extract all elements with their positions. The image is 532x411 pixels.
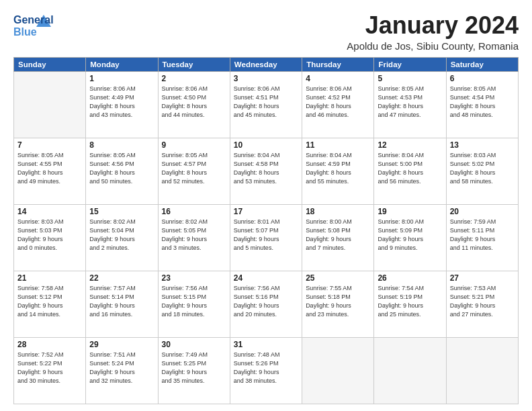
calendar-cell: 15Sunrise: 8:02 AM Sunset: 5:04 PM Dayli… bbox=[86, 204, 158, 271]
day-number: 6 bbox=[450, 74, 515, 83]
day-number: 4 bbox=[306, 74, 370, 83]
day-info: Sunrise: 7:57 AM Sunset: 5:14 PM Dayligh… bbox=[89, 284, 154, 319]
day-info: Sunrise: 8:00 AM Sunset: 5:08 PM Dayligh… bbox=[306, 218, 370, 253]
day-info: Sunrise: 7:58 AM Sunset: 5:12 PM Dayligh… bbox=[17, 284, 82, 319]
day-info: Sunrise: 8:06 AM Sunset: 4:52 PM Dayligh… bbox=[306, 85, 370, 120]
calendar-cell: 8Sunrise: 8:05 AM Sunset: 4:56 PM Daylig… bbox=[86, 138, 158, 204]
day-info: Sunrise: 7:48 AM Sunset: 5:26 PM Dayligh… bbox=[234, 351, 298, 385]
month-title: January 2024 bbox=[347, 12, 519, 39]
col-header-friday: Friday bbox=[374, 57, 446, 71]
svg-text:Blue: Blue bbox=[13, 26, 37, 38]
day-number: 2 bbox=[162, 74, 226, 83]
day-info: Sunrise: 7:54 AM Sunset: 5:19 PM Dayligh… bbox=[378, 284, 442, 319]
day-info: Sunrise: 8:04 AM Sunset: 4:59 PM Dayligh… bbox=[306, 151, 370, 186]
col-header-saturday: Saturday bbox=[446, 57, 518, 71]
calendar-cell: 5Sunrise: 8:05 AM Sunset: 4:53 PM Daylig… bbox=[374, 71, 446, 138]
day-info: Sunrise: 8:00 AM Sunset: 5:09 PM Dayligh… bbox=[378, 218, 442, 253]
col-header-sunday: Sunday bbox=[14, 57, 86, 71]
day-number: 30 bbox=[162, 340, 226, 349]
day-number: 23 bbox=[162, 273, 226, 283]
calendar-table: SundayMondayTuesdayWednesdayThursdayFrid… bbox=[13, 57, 519, 404]
calendar-cell: 3Sunrise: 8:06 AM Sunset: 4:51 PM Daylig… bbox=[230, 71, 302, 138]
day-number: 18 bbox=[306, 207, 370, 216]
calendar-cell: 28Sunrise: 7:52 AM Sunset: 5:22 PM Dayli… bbox=[14, 337, 86, 404]
calendar-cell: 13Sunrise: 8:03 AM Sunset: 5:02 PM Dayli… bbox=[446, 138, 518, 204]
day-info: Sunrise: 8:06 AM Sunset: 4:50 PM Dayligh… bbox=[162, 85, 226, 120]
calendar-cell bbox=[302, 337, 374, 404]
calendar-cell: 6Sunrise: 8:05 AM Sunset: 4:54 PM Daylig… bbox=[446, 71, 518, 138]
calendar-week-row: 1Sunrise: 8:06 AM Sunset: 4:49 PM Daylig… bbox=[14, 71, 519, 138]
svg-text:General: General bbox=[13, 14, 54, 26]
calendar-cell: 14Sunrise: 8:03 AM Sunset: 5:03 PM Dayli… bbox=[14, 204, 86, 271]
day-number: 15 bbox=[89, 207, 154, 216]
day-info: Sunrise: 8:03 AM Sunset: 5:02 PM Dayligh… bbox=[450, 151, 515, 186]
calendar-cell: 30Sunrise: 7:49 AM Sunset: 5:25 PM Dayli… bbox=[158, 337, 230, 404]
calendar-cell: 9Sunrise: 8:05 AM Sunset: 4:57 PM Daylig… bbox=[158, 138, 230, 204]
day-info: Sunrise: 8:04 AM Sunset: 4:58 PM Dayligh… bbox=[234, 151, 298, 186]
day-number: 10 bbox=[234, 140, 298, 150]
day-info: Sunrise: 8:02 AM Sunset: 5:05 PM Dayligh… bbox=[162, 218, 226, 253]
day-info: Sunrise: 7:53 AM Sunset: 5:21 PM Dayligh… bbox=[450, 284, 515, 319]
day-info: Sunrise: 7:52 AM Sunset: 5:22 PM Dayligh… bbox=[17, 351, 82, 385]
location-title: Apoldu de Jos, Sibiu County, Romania bbox=[347, 40, 519, 52]
calendar-cell: 24Sunrise: 7:56 AM Sunset: 5:16 PM Dayli… bbox=[230, 271, 302, 337]
day-info: Sunrise: 7:49 AM Sunset: 5:25 PM Dayligh… bbox=[162, 351, 226, 385]
day-number: 24 bbox=[234, 273, 298, 283]
calendar-cell: 7Sunrise: 8:05 AM Sunset: 4:55 PM Daylig… bbox=[14, 138, 86, 204]
calendar-week-row: 14Sunrise: 8:03 AM Sunset: 5:03 PM Dayli… bbox=[14, 204, 519, 271]
col-header-tuesday: Tuesday bbox=[158, 57, 230, 71]
col-header-monday: Monday bbox=[86, 57, 158, 71]
day-info: Sunrise: 8:06 AM Sunset: 4:49 PM Dayligh… bbox=[89, 85, 154, 120]
calendar-cell: 11Sunrise: 8:04 AM Sunset: 4:59 PM Dayli… bbox=[302, 138, 374, 204]
calendar-cell: 2Sunrise: 8:06 AM Sunset: 4:50 PM Daylig… bbox=[158, 71, 230, 138]
day-info: Sunrise: 8:04 AM Sunset: 5:00 PM Dayligh… bbox=[378, 151, 442, 186]
calendar-cell: 17Sunrise: 8:01 AM Sunset: 5:07 PM Dayli… bbox=[230, 204, 302, 271]
col-header-wednesday: Wednesday bbox=[230, 57, 302, 71]
calendar-cell: 23Sunrise: 7:56 AM Sunset: 5:15 PM Dayli… bbox=[158, 271, 230, 337]
day-number: 17 bbox=[234, 207, 298, 216]
calendar-week-row: 7Sunrise: 8:05 AM Sunset: 4:55 PM Daylig… bbox=[14, 138, 519, 204]
logo-svg: GeneralBlue bbox=[13, 12, 54, 39]
day-info: Sunrise: 8:05 AM Sunset: 4:55 PM Dayligh… bbox=[17, 151, 82, 186]
day-info: Sunrise: 7:56 AM Sunset: 5:16 PM Dayligh… bbox=[234, 284, 298, 319]
calendar-cell: 21Sunrise: 7:58 AM Sunset: 5:12 PM Dayli… bbox=[14, 271, 86, 337]
day-number: 5 bbox=[378, 74, 442, 83]
logo: GeneralBlue bbox=[13, 12, 54, 39]
title-block: January 2024 Apoldu de Jos, Sibiu County… bbox=[347, 12, 519, 52]
day-info: Sunrise: 8:05 AM Sunset: 4:56 PM Dayligh… bbox=[89, 151, 154, 186]
calendar-cell: 10Sunrise: 8:04 AM Sunset: 4:58 PM Dayli… bbox=[230, 138, 302, 204]
calendar-week-row: 21Sunrise: 7:58 AM Sunset: 5:12 PM Dayli… bbox=[14, 271, 519, 337]
calendar-week-row: 28Sunrise: 7:52 AM Sunset: 5:22 PM Dayli… bbox=[14, 337, 519, 404]
calendar-cell: 29Sunrise: 7:51 AM Sunset: 5:24 PM Dayli… bbox=[86, 337, 158, 404]
day-number: 22 bbox=[89, 273, 154, 283]
day-number: 25 bbox=[306, 273, 370, 283]
day-info: Sunrise: 8:05 AM Sunset: 4:54 PM Dayligh… bbox=[450, 85, 515, 120]
day-number: 26 bbox=[378, 273, 442, 283]
calendar-cell: 16Sunrise: 8:02 AM Sunset: 5:05 PM Dayli… bbox=[158, 204, 230, 271]
day-number: 7 bbox=[17, 140, 82, 150]
day-number: 11 bbox=[306, 140, 370, 150]
day-number: 12 bbox=[378, 140, 442, 150]
day-number: 20 bbox=[450, 207, 515, 216]
calendar-cell: 22Sunrise: 7:57 AM Sunset: 5:14 PM Dayli… bbox=[86, 271, 158, 337]
calendar-cell: 1Sunrise: 8:06 AM Sunset: 4:49 PM Daylig… bbox=[86, 71, 158, 138]
calendar-cell bbox=[446, 337, 518, 404]
calendar-cell: 18Sunrise: 8:00 AM Sunset: 5:08 PM Dayli… bbox=[302, 204, 374, 271]
day-info: Sunrise: 8:02 AM Sunset: 5:04 PM Dayligh… bbox=[89, 218, 154, 253]
page: GeneralBlue January 2024 Apoldu de Jos, … bbox=[0, 0, 532, 411]
day-number: 27 bbox=[450, 273, 515, 283]
calendar-cell: 26Sunrise: 7:54 AM Sunset: 5:19 PM Dayli… bbox=[374, 271, 446, 337]
day-number: 1 bbox=[89, 74, 154, 83]
day-number: 21 bbox=[17, 273, 82, 283]
day-number: 13 bbox=[450, 140, 515, 150]
day-info: Sunrise: 8:01 AM Sunset: 5:07 PM Dayligh… bbox=[234, 218, 298, 253]
day-info: Sunrise: 8:05 AM Sunset: 4:57 PM Dayligh… bbox=[162, 151, 226, 186]
day-number: 31 bbox=[234, 340, 298, 349]
calendar-cell: 25Sunrise: 7:55 AM Sunset: 5:18 PM Dayli… bbox=[302, 271, 374, 337]
day-number: 3 bbox=[234, 74, 298, 83]
day-info: Sunrise: 7:59 AM Sunset: 5:11 PM Dayligh… bbox=[450, 218, 515, 253]
day-info: Sunrise: 7:56 AM Sunset: 5:15 PM Dayligh… bbox=[162, 284, 226, 319]
calendar-cell: 20Sunrise: 7:59 AM Sunset: 5:11 PM Dayli… bbox=[446, 204, 518, 271]
calendar-cell bbox=[374, 337, 446, 404]
calendar-cell: 4Sunrise: 8:06 AM Sunset: 4:52 PM Daylig… bbox=[302, 71, 374, 138]
